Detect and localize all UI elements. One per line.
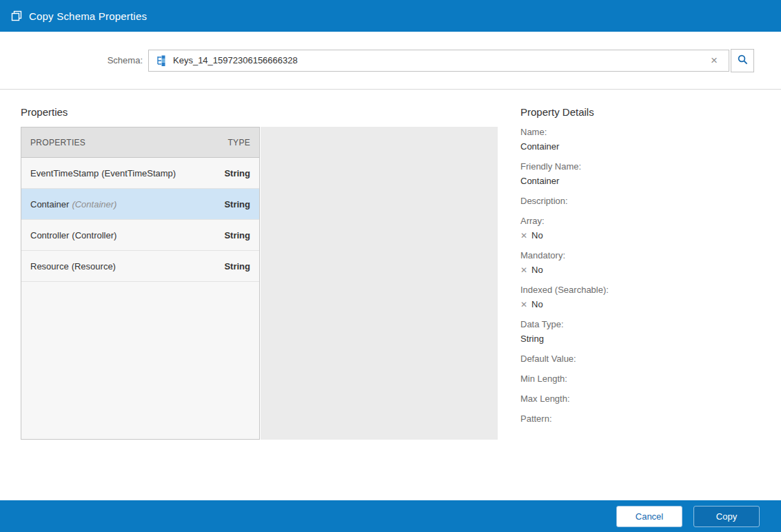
detail-field: Mandatory: ✕No	[520, 250, 760, 276]
dialog-footer: Cancel Copy	[0, 500, 781, 532]
detail-field: Description:	[520, 196, 760, 207]
property-type: String	[224, 230, 250, 241]
detail-field: Name: Container	[520, 127, 760, 152]
property-name: Resource(Resource)	[30, 261, 224, 272]
header-properties: PROPERTIES	[30, 138, 227, 147]
detail-value: String	[520, 334, 760, 345]
property-details-fields: Name: Container Friendly Name: Container…	[520, 127, 760, 424]
property-name: EventTimeStamp(EventTimeStamp)	[30, 168, 224, 178]
property-details-title: Property Details	[520, 106, 760, 118]
detail-label: Friendly Name:	[520, 161, 760, 172]
property-type: String	[224, 168, 250, 178]
detail-field: Max Length:	[520, 393, 760, 405]
detail-value: Container	[520, 176, 760, 187]
detail-field: Pattern:	[520, 413, 760, 424]
table-row[interactable]: Container(Container) String	[21, 189, 259, 220]
detail-value: ✕No	[520, 230, 760, 241]
clear-icon[interactable]: ×	[707, 54, 722, 66]
properties-table-header: PROPERTIES TYPE	[21, 127, 259, 158]
properties-table-body: EventTimeStamp(EventTimeStamp) String Co…	[21, 158, 259, 282]
table-row[interactable]: EventTimeStamp(EventTimeStamp) String	[21, 158, 259, 189]
properties-pane: Properties PROPERTIES TYPE EventTimeStam…	[21, 106, 498, 440]
schema-tree-icon	[156, 55, 167, 66]
schema-row: Schema: Keys_14_15972306156666328 ×	[0, 32, 781, 90]
detail-field: Min Length:	[520, 374, 760, 385]
property-name: Container(Container)	[30, 199, 224, 209]
empty-detail-panel	[261, 127, 498, 440]
property-type: String	[224, 261, 250, 272]
header-type: TYPE	[227, 138, 250, 147]
copy-schema-properties-dialog: Copy Schema Properties Schema: Keys_14_1…	[0, 0, 781, 532]
detail-label: Description:	[520, 196, 760, 207]
dialog-titlebar: Copy Schema Properties	[0, 0, 781, 32]
copy-icon	[11, 10, 22, 21]
properties-table: PROPERTIES TYPE EventTimeStamp(EventTime…	[21, 127, 260, 440]
detail-value: ✕No	[520, 265, 760, 276]
schema-value: Keys_14_15972306156666328	[173, 55, 707, 65]
x-mark-icon: ✕	[520, 265, 527, 276]
schema-label: Schema:	[21, 55, 148, 65]
x-mark-icon: ✕	[520, 299, 527, 310]
detail-label: Indexed (Searchable):	[520, 285, 760, 296]
detail-field: Array: ✕No	[520, 216, 760, 241]
detail-label: Array:	[520, 216, 760, 227]
dialog-title: Copy Schema Properties	[29, 10, 147, 22]
properties-title: Properties	[21, 106, 498, 118]
detail-label: Default Value:	[520, 354, 760, 365]
detail-label: Pattern:	[520, 413, 760, 424]
detail-value: Container	[520, 141, 760, 152]
schema-input[interactable]: Keys_14_15972306156666328 ×	[148, 50, 729, 72]
detail-label: Name:	[520, 127, 760, 138]
table-row[interactable]: Resource(Resource) String	[21, 251, 259, 282]
detail-field: Indexed (Searchable): ✕No	[520, 285, 760, 310]
detail-field: Friendly Name: Container	[520, 161, 760, 187]
table-row[interactable]: Controller(Controller) String	[21, 220, 259, 251]
property-name: Controller(Controller)	[30, 230, 224, 241]
cancel-button[interactable]: Cancel	[616, 506, 682, 527]
detail-field: Default Value:	[520, 354, 760, 365]
detail-label: Min Length:	[520, 374, 760, 385]
copy-button[interactable]: Copy	[693, 506, 760, 527]
search-button[interactable]	[731, 49, 754, 72]
x-mark-icon: ✕	[520, 230, 527, 241]
search-icon	[737, 54, 749, 68]
property-details-pane: Property Details Name: Container Friendl…	[520, 106, 760, 433]
detail-label: Max Length:	[520, 393, 760, 405]
property-type: String	[224, 199, 250, 209]
dialog-content: Properties PROPERTIES TYPE EventTimeStam…	[0, 90, 781, 500]
detail-field: Data Type: String	[520, 319, 760, 345]
detail-label: Mandatory:	[520, 250, 760, 261]
detail-value: ✕No	[520, 299, 760, 310]
detail-label: Data Type:	[520, 319, 760, 330]
